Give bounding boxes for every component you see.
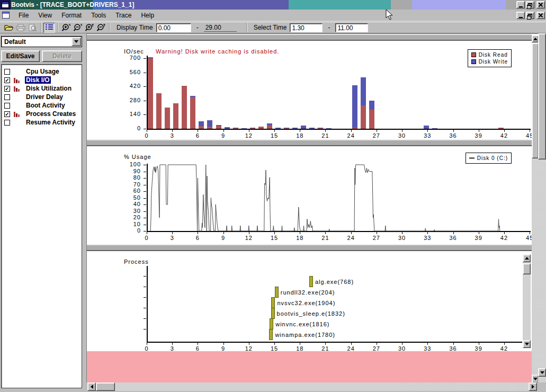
y-tick bbox=[144, 73, 146, 73]
select-time-to-input[interactable]: 11.00 bbox=[335, 23, 368, 32]
disk-read-bar bbox=[361, 105, 366, 129]
edit-save-button[interactable]: Edit/Save bbox=[1, 50, 40, 62]
scroll-right-button[interactable] bbox=[529, 382, 537, 391]
y-tick bbox=[144, 86, 146, 87]
sidebar-item-disk-i-o[interactable]: ✓Disk I/O bbox=[2, 76, 82, 84]
display-time-to-value[interactable]: 29.00 bbox=[204, 23, 237, 32]
print-button[interactable] bbox=[15, 23, 26, 33]
zoom-in-selection-button[interactable] bbox=[60, 23, 72, 33]
print-preview-icon bbox=[28, 24, 37, 31]
child-minimize-button[interactable] bbox=[516, 12, 525, 19]
x-tick bbox=[427, 343, 428, 345]
disk-write-bar bbox=[225, 127, 230, 129]
process-scroll-down-button[interactable] bbox=[523, 340, 531, 348]
checkbox-cpu-usage[interactable] bbox=[4, 69, 10, 75]
horizontal-scrollbar[interactable] bbox=[86, 382, 538, 391]
disk-write-bar bbox=[361, 77, 366, 105]
bar-chart-icon bbox=[14, 77, 21, 83]
preset-dropdown-button[interactable] bbox=[71, 37, 81, 46]
checkbox-boot-activity[interactable] bbox=[4, 103, 10, 109]
sidebar-item-process-creates[interactable]: ✓Process Creates bbox=[2, 110, 82, 118]
y-tick-label: 280 bbox=[118, 97, 141, 103]
zoom-out-selection-button[interactable] bbox=[72, 23, 84, 33]
menu-item-file[interactable]: File bbox=[14, 11, 33, 20]
bootvis-window: Bootvis - [TRACE_BOOT+DRIVERS_1_1] FileV… bbox=[0, 0, 546, 392]
x-tick-label: 24 bbox=[347, 345, 355, 351]
x-tick-label: 33 bbox=[424, 132, 431, 139]
preset-combobox[interactable]: Default bbox=[1, 36, 82, 47]
zoom-in-time-button[interactable] bbox=[84, 23, 95, 33]
child-restore-button[interactable] bbox=[526, 12, 534, 19]
close-button[interactable] bbox=[536, 1, 545, 8]
disk-write-bar bbox=[318, 128, 323, 128]
x-tick-label: 27 bbox=[373, 345, 380, 351]
x-tick-label: 15 bbox=[271, 345, 278, 351]
scroll-thumb[interactable] bbox=[532, 43, 538, 158]
app-icon bbox=[2, 2, 9, 8]
x-tick-label: 42 bbox=[500, 132, 508, 139]
zoom-out-time-button[interactable] bbox=[95, 23, 107, 33]
menu-item-help[interactable]: Help bbox=[136, 11, 159, 20]
process-scroll-up-button[interactable] bbox=[523, 254, 531, 262]
process-row-tick bbox=[144, 308, 146, 308]
menu-item-view[interactable]: View bbox=[33, 11, 57, 20]
horizontal-scroll-thumb[interactable] bbox=[96, 382, 115, 391]
x-tick bbox=[453, 130, 454, 132]
checkbox-disk-i-o[interactable]: ✓ bbox=[4, 77, 10, 83]
sidebar-item-disk-utilization[interactable]: ✓Disk Utilization bbox=[2, 84, 82, 93]
toolbar-separator bbox=[109, 23, 110, 32]
process-bar bbox=[270, 318, 273, 329]
process-scrollbar[interactable] bbox=[523, 254, 531, 348]
x-tick bbox=[427, 130, 428, 132]
sidebar-item-cpu-usage[interactable]: Cpu Usage bbox=[2, 67, 82, 76]
menu-item-format[interactable]: Format bbox=[57, 11, 86, 20]
menu-item-trace[interactable]: Trace bbox=[111, 11, 136, 20]
toolbar-separator bbox=[57, 23, 58, 32]
minimize-button[interactable] bbox=[516, 1, 525, 8]
details-view-button[interactable] bbox=[43, 23, 55, 33]
process-scroll-thumb[interactable] bbox=[523, 263, 531, 274]
process-bar bbox=[271, 297, 275, 308]
scroll-left-button[interactable] bbox=[87, 382, 96, 391]
process-bar bbox=[309, 276, 313, 287]
open-button[interactable] bbox=[3, 23, 15, 33]
disk-read-bar bbox=[207, 127, 212, 129]
window-scroll-thumb[interactable] bbox=[538, 33, 546, 159]
delete-button[interactable]: Delete bbox=[42, 50, 82, 62]
menu-item-tools[interactable]: Tools bbox=[86, 11, 111, 20]
checkbox-process-creates[interactable]: ✓ bbox=[4, 111, 10, 117]
x-tick bbox=[274, 343, 275, 345]
checkbox-disk-utilization[interactable]: ✓ bbox=[4, 86, 10, 92]
arrow-down-icon bbox=[540, 371, 544, 374]
checkbox-resume-activity[interactable] bbox=[4, 120, 10, 126]
print-icon bbox=[16, 24, 25, 31]
display-time-from-input[interactable]: 0.00 bbox=[156, 23, 191, 32]
scroll-down-button[interactable] bbox=[532, 375, 538, 382]
horizontal-scroll-track-light[interactable] bbox=[115, 382, 401, 391]
print-preview-button[interactable] bbox=[26, 23, 38, 33]
sidebar-item-boot-activity[interactable]: Boot Activity bbox=[2, 101, 82, 110]
arrow-right-icon bbox=[532, 385, 534, 389]
window-vertical-scrollbar[interactable] bbox=[538, 33, 546, 382]
child-window-icon[interactable] bbox=[2, 12, 10, 19]
x-tick-label: 18 bbox=[296, 345, 303, 351]
title-bar[interactable]: Bootvis - [TRACE_BOOT+DRIVERS_1_1] bbox=[0, 0, 546, 10]
sidebar-item-resume-activity[interactable]: Resume Activity bbox=[2, 118, 82, 127]
x-tick-label: 0 bbox=[145, 132, 148, 139]
disk-read-bar bbox=[173, 103, 178, 129]
x-tick bbox=[351, 130, 352, 132]
process-row-tick bbox=[144, 276, 146, 277]
splitter-bar[interactable] bbox=[87, 139, 532, 146]
child-close-button[interactable] bbox=[536, 12, 545, 19]
restore-button[interactable] bbox=[526, 1, 534, 8]
x-tick bbox=[172, 130, 173, 132]
window-scroll-down-button[interactable] bbox=[538, 368, 546, 377]
splitter-bar[interactable] bbox=[87, 34, 532, 41]
splitter-bar[interactable] bbox=[87, 244, 532, 251]
scroll-up-button[interactable] bbox=[532, 35, 538, 42]
x-tick bbox=[147, 130, 147, 132]
checkbox-driver-delay[interactable] bbox=[4, 94, 10, 100]
sidebar-item-driver-delay[interactable]: Driver Delay bbox=[2, 93, 82, 101]
select-time-from-input[interactable]: 1.30 bbox=[290, 23, 323, 32]
chart-vertical-scrollbar[interactable] bbox=[532, 34, 538, 382]
